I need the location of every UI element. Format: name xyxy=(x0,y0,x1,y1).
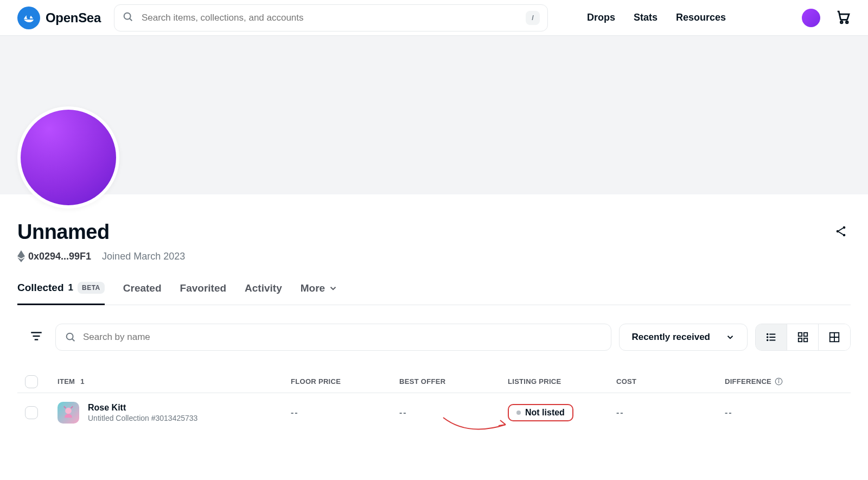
top-header: OpenSea / Drops Stats Resources xyxy=(0,0,868,36)
info-icon xyxy=(775,377,783,386)
tab-activity[interactable]: Activity xyxy=(245,282,282,304)
tab-more-label: More xyxy=(301,282,325,294)
search-shortcut-hint: / xyxy=(526,11,540,25)
brand-name: OpenSea xyxy=(46,10,101,26)
svg-point-17 xyxy=(767,340,768,341)
svg-point-10 xyxy=(67,333,73,340)
view-grid-small-button[interactable] xyxy=(787,324,819,350)
cart-icon xyxy=(835,9,852,25)
items-table: ITEM1 FLOOR PRICE BEST OFFER LISTING PRI… xyxy=(17,370,851,432)
svg-rect-21 xyxy=(803,338,807,342)
svg-line-1 xyxy=(130,18,132,20)
filter-button[interactable] xyxy=(25,326,48,349)
primary-nav: Drops Stats Resources xyxy=(587,12,726,23)
nav-stats[interactable]: Stats xyxy=(634,12,658,23)
cell-floor: -- xyxy=(291,408,399,418)
status-dot-icon xyxy=(516,410,521,415)
profile-meta: 0x0294...99F1 Joined March 2023 xyxy=(17,250,851,262)
svg-point-4 xyxy=(843,226,846,229)
tab-collected-label: Collected xyxy=(17,282,64,294)
item-cell: Rose Kitt Untitled Collection #301342573… xyxy=(58,402,291,424)
collection-toolbar: Recently received xyxy=(17,324,851,351)
th-item: ITEM1 xyxy=(58,377,291,386)
table-row[interactable]: Rose Kitt Untitled Collection #301342573… xyxy=(17,393,851,432)
th-listing[interactable]: LISTING PRICE xyxy=(508,377,616,386)
profile-avatar[interactable] xyxy=(21,110,116,205)
cell-listing: Not listed xyxy=(508,404,616,421)
svg-point-27 xyxy=(778,380,779,380)
share-button[interactable] xyxy=(831,222,851,243)
chevron-down-icon xyxy=(725,332,735,342)
svg-point-0 xyxy=(124,12,131,19)
global-search[interactable]: / xyxy=(114,4,548,31)
nav-resources[interactable]: Resources xyxy=(676,12,726,23)
select-all-checkbox[interactable] xyxy=(25,375,38,388)
svg-line-11 xyxy=(72,339,74,341)
nft-thumbnail-icon xyxy=(61,405,76,420)
tab-created[interactable]: Created xyxy=(123,282,162,304)
search-icon xyxy=(122,11,134,25)
joined-date: Joined March 2023 xyxy=(102,251,185,262)
svg-rect-20 xyxy=(798,338,801,342)
profile-avatar-ring xyxy=(17,106,119,209)
eth-icon xyxy=(17,250,25,262)
item-thumbnail xyxy=(58,402,79,424)
nav-drops[interactable]: Drops xyxy=(587,12,615,23)
name-search-input[interactable] xyxy=(83,332,602,343)
global-search-input[interactable] xyxy=(142,12,518,23)
filter-icon xyxy=(29,329,43,343)
list-icon xyxy=(765,331,777,343)
th-cost[interactable]: COST xyxy=(616,377,725,386)
opensea-logo-icon xyxy=(17,7,40,29)
table-header: ITEM1 FLOOR PRICE BEST OFFER LISTING PRI… xyxy=(17,370,851,393)
tab-collected-count: 1 xyxy=(68,282,73,293)
cell-cost: -- xyxy=(616,408,725,418)
share-icon xyxy=(834,225,847,238)
cell-offer: -- xyxy=(399,408,508,418)
th-floor[interactable]: FLOOR PRICE xyxy=(291,377,399,386)
beta-badge: BETA xyxy=(78,282,105,294)
profile-name: Unnamed xyxy=(17,220,110,244)
svg-point-15 xyxy=(767,334,768,335)
svg-point-5 xyxy=(837,230,839,232)
account-avatar[interactable] xyxy=(802,9,820,27)
th-offer[interactable]: BEST OFFER xyxy=(399,377,508,386)
sort-dropdown[interactable]: Recently received xyxy=(619,324,748,351)
wallet-address[interactable]: 0x0294...99F1 xyxy=(17,250,91,262)
chevron-down-icon xyxy=(328,283,338,293)
sort-label: Recently received xyxy=(631,332,710,343)
svg-point-28 xyxy=(65,408,72,414)
not-listed-badge: Not listed xyxy=(508,404,573,421)
th-diff[interactable]: DIFFERENCE xyxy=(725,377,843,386)
svg-point-6 xyxy=(843,233,846,236)
view-toggle xyxy=(755,324,851,351)
profile-tabs: Collected 1 BETA Created Favorited Activ… xyxy=(17,282,851,305)
profile-banner xyxy=(0,36,868,194)
profile-section: Unnamed 0x0294...99F1 Joined March 2023 … xyxy=(0,194,868,432)
svg-point-3 xyxy=(846,21,848,23)
svg-rect-19 xyxy=(803,333,807,336)
item-name: Rose Kitt xyxy=(88,403,197,413)
view-grid-large-button[interactable] xyxy=(819,324,850,350)
row-checkbox[interactable] xyxy=(25,406,38,419)
tab-collected[interactable]: Collected 1 BETA xyxy=(17,282,105,305)
grid-large-icon xyxy=(828,331,840,343)
search-icon xyxy=(65,331,76,343)
wallet-address-text: 0x0294...99F1 xyxy=(28,251,91,262)
cart-button[interactable] xyxy=(833,7,854,29)
grid-small-icon xyxy=(797,331,809,343)
svg-point-2 xyxy=(840,21,843,23)
svg-point-16 xyxy=(767,337,768,338)
view-list-button[interactable] xyxy=(756,324,787,350)
cell-diff: -- xyxy=(725,408,843,418)
name-search[interactable] xyxy=(55,324,611,351)
tab-more[interactable]: More xyxy=(301,282,338,304)
logo[interactable]: OpenSea xyxy=(17,7,101,29)
tab-favorited[interactable]: Favorited xyxy=(180,282,227,304)
svg-rect-18 xyxy=(798,333,801,336)
item-collection: Untitled Collection #3013425733 xyxy=(88,414,197,422)
